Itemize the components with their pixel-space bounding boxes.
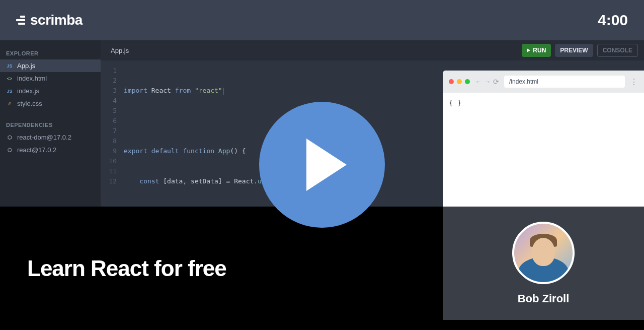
dep-item-react[interactable]: ⬡ react@17.0.2 [0, 144, 101, 156]
preview-button[interactable]: PREVIEW [555, 44, 593, 57]
explorer-heading: EXPLORER [0, 47, 101, 59]
reload-icon[interactable]: ⟳ [493, 78, 499, 86]
css-icon: # [6, 101, 13, 106]
author-avatar[interactable] [512, 222, 575, 284]
author-panel: Bob Ziroll [443, 207, 644, 320]
file-label: style.css [17, 100, 42, 107]
package-icon: ⬡ [6, 135, 13, 140]
file-label: index.html [17, 75, 47, 82]
console-button[interactable]: CONSOLE [597, 44, 638, 57]
url-bar[interactable]: /index.html [504, 76, 625, 88]
play-icon [306, 139, 347, 191]
author-name: Bob Ziroll [518, 292, 570, 305]
editor-tab[interactable]: App.js [101, 40, 139, 60]
preview-browser: ← → ⟳ /index.html ⋮ { } [443, 71, 644, 207]
dep-label: react-dom@17.0.2 [17, 134, 71, 141]
window-controls[interactable] [449, 79, 470, 84]
play-button[interactable] [259, 102, 385, 228]
kebab-menu-icon[interactable]: ⋮ [630, 77, 638, 87]
dep-item-react-dom[interactable]: ⬡ react-dom@17.0.2 [0, 131, 101, 144]
course-title: Learn React for free [27, 256, 226, 281]
scrimba-icon [16, 16, 25, 25]
run-button[interactable]: RUN [522, 44, 551, 57]
maximize-dot-icon [465, 79, 470, 84]
brand-text: scrimba [30, 12, 83, 28]
nav-forward-icon[interactable]: → [484, 78, 491, 86]
dep-label: react@17.0.2 [17, 146, 56, 154]
url-text: /index.html [509, 78, 538, 85]
course-title-section: Learn React for free [0, 207, 443, 330]
package-icon: ⬡ [6, 147, 13, 153]
nav-back-icon[interactable]: ← [475, 78, 482, 86]
file-label: index.js [17, 87, 39, 95]
minimize-dot-icon [457, 79, 462, 84]
preview-output: { } [443, 93, 644, 207]
brand-logo[interactable]: scrimba [16, 12, 83, 28]
video-timer: 4:00 [598, 12, 628, 29]
file-item-app-js[interactable]: JS App.js [0, 59, 101, 72]
file-sidebar: EXPLORER JS App.js <> index.html JS inde… [0, 40, 101, 207]
js-icon: JS [6, 63, 13, 69]
preview-label: PREVIEW [560, 47, 588, 54]
file-item-index-html[interactable]: <> index.html [0, 72, 101, 85]
js-icon: JS [6, 89, 13, 94]
console-label: CONSOLE [603, 47, 632, 54]
html-icon: <> [6, 76, 13, 81]
play-icon [527, 48, 530, 52]
file-item-style-css[interactable]: # style.css [0, 97, 101, 110]
file-label: App.js [17, 62, 35, 70]
close-dot-icon [449, 79, 454, 84]
file-item-index-js[interactable]: JS index.js [0, 85, 101, 97]
run-label: RUN [533, 47, 546, 54]
dependencies-heading: DEPENDENCIES [0, 119, 101, 131]
